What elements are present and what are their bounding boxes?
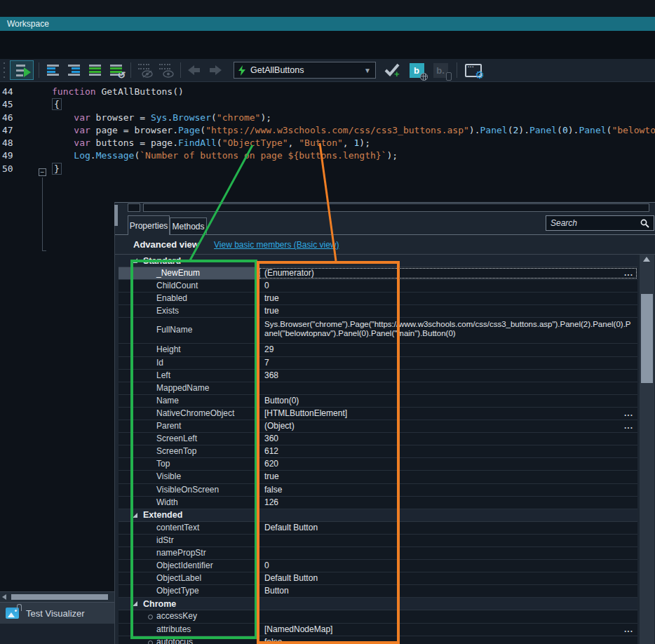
property-grid[interactable]: Standard_NewEnum(Enumerator)...ChildCoun… bbox=[119, 255, 637, 644]
property-row[interactable]: ObjectTypeButton bbox=[119, 585, 637, 598]
property-row[interactable]: Existstrue bbox=[119, 305, 637, 318]
property-value[interactable]: 612 bbox=[259, 445, 637, 457]
property-name[interactable]: ObjectLabel bbox=[119, 572, 259, 584]
property-value[interactable]: 0 bbox=[259, 280, 637, 292]
ellipsis-button[interactable]: ... bbox=[624, 624, 633, 636]
ellipsis-button[interactable]: ... bbox=[624, 408, 633, 420]
property-row[interactable]: ScreenTop612 bbox=[119, 445, 637, 458]
property-name[interactable]: Height bbox=[119, 344, 259, 356]
property-row[interactable]: VisibleOnScreenfalse bbox=[119, 484, 637, 497]
collapse-triangle-icon[interactable] bbox=[133, 601, 137, 606]
ellipsis-button[interactable]: ... bbox=[624, 420, 633, 432]
property-name[interactable]: Parent bbox=[119, 420, 259, 432]
property-name[interactable]: autofocus bbox=[119, 636, 259, 644]
property-name[interactable]: NativeChromeObject bbox=[119, 408, 259, 420]
property-row[interactable]: MappedName bbox=[119, 382, 637, 395]
editor-gutter[interactable]: 44454647484950 bbox=[0, 86, 35, 175]
property-value[interactable]: [NamedNodeMap]... bbox=[259, 624, 637, 636]
property-name[interactable]: _NewEnum bbox=[119, 267, 259, 279]
code-line[interactable]: var buttons = page.FindAll("ObjectType",… bbox=[52, 137, 655, 149]
run-all-button[interactable] bbox=[85, 61, 104, 79]
property-row[interactable]: contentTextDefault Button bbox=[119, 522, 637, 535]
code-line[interactable]: { bbox=[52, 98, 655, 111]
scroll-up-arrow-icon[interactable] bbox=[643, 257, 650, 262]
code-line[interactable]: var browser = Sys.Browser("chrome"); bbox=[52, 112, 655, 124]
property-name[interactable]: ScreenTop bbox=[119, 445, 259, 457]
property-row[interactable]: idStr bbox=[119, 535, 637, 547]
property-row[interactable]: Top620 bbox=[119, 458, 637, 471]
property-value[interactable]: 360 bbox=[259, 433, 637, 445]
property-row[interactable]: NativeChromeObject[HTMLButtonElement]... bbox=[119, 408, 637, 420]
test-visualizer-panel-button[interactable]: Test Visualizer bbox=[0, 602, 114, 624]
property-name[interactable]: ChildCount bbox=[119, 280, 259, 292]
property-name[interactable]: Name bbox=[119, 395, 259, 407]
editor-vertical-scrollbar[interactable] bbox=[114, 205, 118, 226]
basic-view-link[interactable]: View basic members (Basic view) bbox=[214, 240, 339, 250]
property-name[interactable]: MappedName bbox=[119, 382, 259, 394]
navigate-back-button[interactable] bbox=[184, 61, 204, 79]
search-input[interactable]: Search bbox=[546, 215, 654, 231]
property-name[interactable]: Left bbox=[119, 370, 259, 382]
category-row[interactable]: Chrome bbox=[119, 598, 637, 610]
property-name[interactable]: namePropStr bbox=[119, 547, 259, 559]
property-row[interactable]: namePropStr bbox=[119, 547, 637, 560]
property-name[interactable]: ObjectType bbox=[119, 585, 259, 597]
scroll-left-arrow-icon[interactable] bbox=[2, 594, 6, 600]
property-name[interactable]: idStr bbox=[119, 535, 259, 546]
property-name[interactable]: Enabled bbox=[119, 293, 259, 304]
property-value[interactable] bbox=[259, 547, 637, 559]
line-number[interactable]: 48 bbox=[0, 137, 35, 149]
property-value[interactable]: true bbox=[259, 305, 637, 317]
tab-methods[interactable]: Methods bbox=[170, 217, 207, 235]
property-name[interactable]: Visible bbox=[119, 471, 259, 483]
editor-horizontal-scrollbar[interactable] bbox=[0, 591, 114, 602]
property-name[interactable]: FullName bbox=[119, 318, 259, 343]
run-test-button[interactable] bbox=[10, 60, 34, 80]
line-number[interactable]: 44 bbox=[0, 86, 35, 98]
property-row[interactable]: Enabledtrue bbox=[119, 293, 637, 305]
property-row[interactable]: FullNameSys.Browser("chrome").Page("http… bbox=[119, 318, 637, 344]
property-row[interactable]: ScreenLeft360 bbox=[119, 433, 637, 445]
property-name[interactable]: attributes bbox=[119, 624, 259, 636]
property-value[interactable]: Button bbox=[259, 585, 637, 597]
property-value[interactable]: false bbox=[259, 636, 637, 644]
hide-items-button[interactable] bbox=[135, 61, 154, 79]
property-value[interactable]: Sys.Browser("chrome").Page("https://www.… bbox=[259, 318, 637, 343]
run-step-right-button[interactable] bbox=[64, 61, 83, 79]
property-value[interactable]: Default Button bbox=[259, 522, 637, 534]
property-value[interactable]: 0 bbox=[259, 560, 637, 572]
property-name[interactable]: VisibleOnScreen bbox=[119, 484, 259, 496]
scrollbar-thumb[interactable] bbox=[641, 294, 653, 383]
property-value[interactable]: [HTMLButtonElement]... bbox=[259, 408, 637, 420]
ellipsis-button[interactable]: ... bbox=[624, 267, 633, 279]
property-name[interactable]: Top bbox=[119, 458, 259, 470]
code-line[interactable]: } bbox=[52, 163, 655, 175]
category-row[interactable]: Standard bbox=[119, 255, 637, 267]
property-name[interactable]: Width bbox=[119, 497, 259, 509]
property-value[interactable]: 620 bbox=[259, 458, 637, 470]
code-text[interactable]: function GetAllButtons(){ var browser = … bbox=[52, 86, 655, 175]
property-row[interactable]: Height29 bbox=[119, 344, 637, 356]
property-row[interactable]: Left368 bbox=[119, 370, 637, 382]
show-items-button[interactable] bbox=[156, 61, 175, 79]
property-value[interactable] bbox=[259, 610, 637, 622]
line-number[interactable]: 49 bbox=[0, 149, 35, 162]
collapse-triangle-icon[interactable] bbox=[133, 258, 137, 263]
property-row[interactable]: attributes[NamedNodeMap]... bbox=[119, 624, 637, 636]
property-name[interactable]: contentText bbox=[119, 522, 259, 534]
property-name[interactable]: accessKey bbox=[119, 610, 259, 622]
code-line[interactable]: function GetAllButtons() bbox=[52, 86, 655, 98]
property-name[interactable]: Id bbox=[119, 357, 259, 369]
property-row[interactable]: Visibletrue bbox=[119, 471, 637, 483]
property-row[interactable]: Id7 bbox=[119, 357, 637, 370]
property-name[interactable]: Exists bbox=[119, 305, 259, 317]
property-row[interactable]: accessKey bbox=[119, 610, 637, 623]
property-value[interactable]: false bbox=[259, 484, 637, 496]
property-row[interactable]: ChildCount0 bbox=[119, 280, 637, 293]
property-value[interactable]: Button(0) bbox=[259, 395, 637, 407]
run-on-mobile-button[interactable]: b. bbox=[429, 61, 452, 79]
property-value[interactable]: 126 bbox=[259, 497, 637, 509]
code-line[interactable]: Log.Message(`Number of buttons on page $… bbox=[52, 149, 655, 162]
rerun-button[interactable]: ↺ bbox=[106, 61, 126, 79]
property-value[interactable]: 368 bbox=[259, 370, 637, 382]
